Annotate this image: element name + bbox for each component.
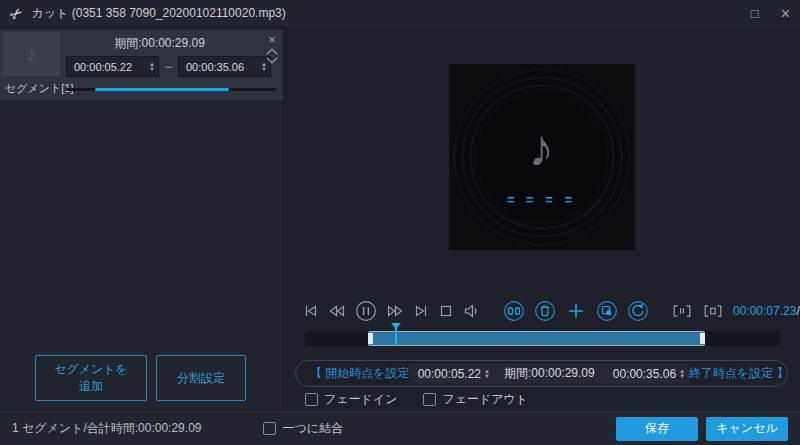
trim-end-time-input[interactable]: 00:00:35.06 ▲ ▼ bbox=[605, 364, 689, 384]
skip-end-button[interactable] bbox=[413, 300, 429, 322]
merge-checkbox[interactable] bbox=[263, 422, 276, 435]
fade-out-option[interactable]: フェードアウト bbox=[423, 391, 528, 408]
trim-start-time-input[interactable]: 00:00:05.22 ▲ ▼ bbox=[410, 364, 494, 384]
segment-summary: 1 セグメント/合計時間:00:00:29.09 bbox=[12, 420, 201, 437]
segment-start-time-value[interactable]: 00:00:05.22 bbox=[74, 61, 146, 73]
trim-end-time-value[interactable]: 00:00:35.06 bbox=[613, 367, 676, 381]
titlebar: ✂ カット (0351 358 7090_20200102110020.mp3)… bbox=[0, 0, 800, 28]
spinner-down-icon[interactable]: ▼ bbox=[484, 374, 490, 379]
dialog-body: ♪ 期間:00:00:29.09 00:00:05.22 ▲ ▼ − 00:00… bbox=[0, 28, 800, 411]
snapshot-stop-button[interactable] bbox=[702, 300, 724, 322]
snapshot-pause-button[interactable] bbox=[671, 300, 693, 322]
range-dash: − bbox=[165, 60, 172, 74]
cut-dialog-window: ✂ カット (0351 358 7090_20200102110020.mp3)… bbox=[0, 0, 800, 445]
spinner-down-icon[interactable]: ▼ bbox=[149, 67, 155, 72]
segment-name-label: セグメント[1] bbox=[5, 81, 74, 96]
music-note-icon: ♪ bbox=[529, 118, 555, 178]
music-note-icon: ♪ bbox=[26, 43, 36, 66]
segment-card-actions: × bbox=[266, 34, 278, 64]
maximize-button[interactable]: □ bbox=[751, 7, 759, 20]
segment-thumbnail[interactable]: ♪ bbox=[2, 32, 60, 76]
scissors-icon: ✂ bbox=[6, 3, 27, 25]
add-segment-icon-button[interactable] bbox=[565, 300, 587, 322]
segment-end-time-value[interactable]: 00:00:35.06 bbox=[186, 61, 258, 73]
fade-in-checkbox[interactable] bbox=[305, 393, 318, 406]
segment-close-icon[interactable]: × bbox=[268, 34, 276, 46]
segment-time-range: 00:00:05.22 ▲ ▼ − 00:00:35.06 ▲ ▼ bbox=[66, 56, 271, 77]
merge-option[interactable]: 一つに結合 bbox=[263, 420, 343, 437]
equalizer-bars-icon: = = = = bbox=[478, 192, 606, 207]
rewind-button[interactable] bbox=[328, 300, 346, 322]
preview-panel: ♪ = = = = bbox=[283, 28, 800, 411]
split-segment-button[interactable] bbox=[503, 300, 525, 322]
fast-forward-button[interactable] bbox=[386, 300, 404, 322]
set-start-point-button[interactable]: 【 開始時点を設定 bbox=[310, 365, 410, 382]
split-settings-button[interactable]: 分割設定 bbox=[156, 355, 246, 401]
move-down-icon[interactable] bbox=[266, 57, 278, 64]
fade-in-label: フェードイン bbox=[324, 391, 397, 408]
current-time: 00:00:07.23 bbox=[733, 304, 796, 318]
fade-out-checkbox[interactable] bbox=[423, 393, 436, 406]
set-end-point-button[interactable]: 終了時点を設定 】 bbox=[689, 365, 789, 382]
spinner-down-icon[interactable]: ▼ bbox=[261, 67, 267, 72]
start-time-spinner[interactable]: ▲ ▼ bbox=[149, 62, 155, 72]
trim-start-time-value[interactable]: 00:00:05.22 bbox=[418, 367, 481, 381]
segment-end-time-input[interactable]: 00:00:35.06 ▲ ▼ bbox=[178, 56, 271, 77]
timeline-start-handle[interactable] bbox=[368, 333, 373, 344]
segment-list-panel: ♪ 期間:00:00:29.09 00:00:05.22 ▲ ▼ − 00:00… bbox=[0, 28, 283, 411]
playback-timeline[interactable] bbox=[305, 331, 780, 346]
close-button[interactable]: × bbox=[781, 6, 790, 22]
volume-button[interactable] bbox=[463, 300, 481, 322]
reset-button[interactable] bbox=[627, 300, 649, 322]
total-time: /00:00:42.10 bbox=[796, 304, 800, 318]
move-up-icon[interactable] bbox=[266, 48, 278, 55]
fade-in-option[interactable]: フェードイン bbox=[305, 391, 397, 408]
window-controls: □ × bbox=[751, 6, 790, 22]
fade-options: フェードイン フェードアウト bbox=[305, 391, 528, 408]
trim-duration-label: 期間:00:00:29.09 bbox=[494, 364, 605, 384]
audio-artwork: ♪ = = = = bbox=[449, 64, 635, 250]
timeline-selection[interactable] bbox=[368, 331, 705, 346]
spinner-down-icon[interactable]: ▼ bbox=[679, 374, 685, 379]
trim-start-spinner[interactable]: ▲ ▼ bbox=[484, 369, 490, 379]
segment-mini-timeline-range[interactable] bbox=[95, 88, 229, 91]
merge-label: 一つに結合 bbox=[282, 420, 343, 437]
segment-start-time-input[interactable]: 00:00:05.22 ▲ ▼ bbox=[66, 56, 159, 77]
footer-buttons: 保存 キャンセル bbox=[616, 417, 788, 441]
playback-time: 00:00:07.23/00:00:42.10 bbox=[733, 304, 800, 318]
footer-bar: 1 セグメント/合計時間:00:00:29.09 一つに結合 保存 キャンセル bbox=[0, 411, 800, 445]
cancel-button[interactable]: キャンセル bbox=[706, 417, 788, 441]
vinyl-disc: ♪ = = = = bbox=[478, 93, 606, 221]
timeline-end-handle[interactable] bbox=[700, 333, 705, 344]
delete-segment-button[interactable] bbox=[534, 300, 556, 322]
add-segment-button[interactable]: セグメントを追加 bbox=[35, 355, 147, 401]
copy-segment-button[interactable] bbox=[596, 300, 618, 322]
save-button[interactable]: 保存 bbox=[616, 417, 698, 441]
pause-button[interactable] bbox=[355, 300, 377, 322]
segment-panel-buttons: セグメントを追加 分割設定 bbox=[35, 355, 246, 401]
segment-mini-timeline[interactable] bbox=[66, 88, 276, 91]
fade-out-label: フェードアウト bbox=[442, 391, 528, 408]
stop-button[interactable] bbox=[438, 300, 454, 322]
transport-bar: 00:00:07.23/00:00:42.10 bbox=[303, 298, 792, 324]
trim-settings-bar: 【 開始時点を設定 00:00:05.22 ▲ ▼ 期間:00:00:29.09… bbox=[295, 360, 788, 387]
segment-duration-label: 期間:00:00:29.09 bbox=[62, 35, 257, 52]
window-title: カット (0351 358 7090_20200102110020.mp3) bbox=[32, 5, 286, 22]
segment-card[interactable]: ♪ 期間:00:00:29.09 00:00:05.22 ▲ ▼ − 00:00… bbox=[0, 30, 283, 100]
timeline-playhead[interactable] bbox=[395, 324, 397, 346]
skip-start-button[interactable] bbox=[303, 300, 319, 322]
trim-end-spinner[interactable]: ▲ ▼ bbox=[679, 369, 685, 379]
